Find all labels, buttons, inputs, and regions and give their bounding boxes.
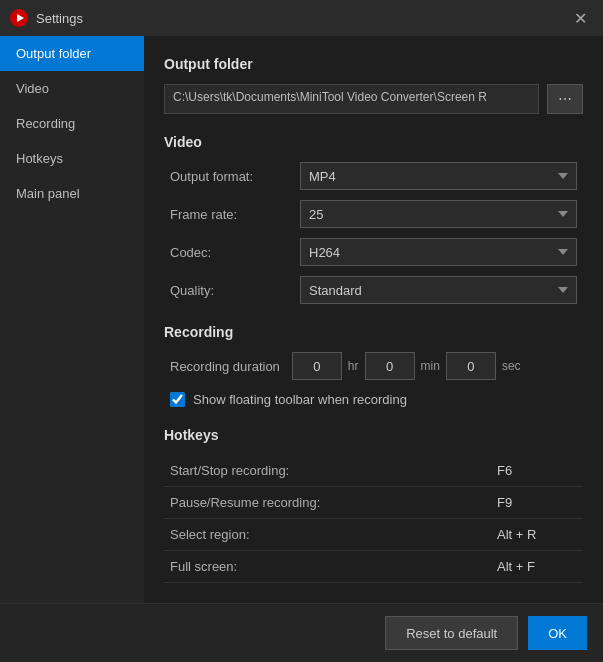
sidebar-item-recording[interactable]: Recording: [0, 106, 144, 141]
video-section: Video Output format: MP4 AVI MKV MOV Fra…: [164, 134, 583, 304]
hotkeys-section: Hotkeys Start/Stop recording: F6 Pause/R…: [164, 427, 583, 583]
hotkey-select-region-label: Select region:: [170, 527, 497, 542]
output-format-select[interactable]: MP4 AVI MKV MOV: [300, 162, 577, 190]
recording-duration-label: Recording duration: [170, 359, 280, 374]
output-format-row: Output format: MP4 AVI MKV MOV: [164, 162, 583, 190]
ok-button[interactable]: OK: [528, 616, 587, 650]
quality-label: Quality:: [170, 283, 300, 298]
hotkey-start-stop: Start/Stop recording: F6: [164, 455, 583, 487]
recording-section: Recording Recording duration hr min sec …: [164, 324, 583, 407]
sidebar-item-output-folder[interactable]: Output folder: [0, 36, 144, 71]
settings-window: Settings ✕ Output folder Video Recording…: [0, 0, 603, 662]
content-area: Output folder Video Recording Hotkeys Ma…: [0, 36, 603, 603]
sidebar: Output folder Video Recording Hotkeys Ma…: [0, 36, 144, 603]
duration-hr-input[interactable]: [292, 352, 342, 380]
codec-row: Codec: H264 H265 VP9: [164, 238, 583, 266]
main-content: Output folder C:\Users\tk\Documents\Mini…: [144, 36, 603, 603]
quality-select[interactable]: Low Standard High: [300, 276, 577, 304]
duration-min-input[interactable]: [365, 352, 415, 380]
codec-label: Codec:: [170, 245, 300, 260]
titlebar-title: Settings: [36, 11, 83, 26]
hotkey-pause-resume-label: Pause/Resume recording:: [170, 495, 497, 510]
sec-label: sec: [502, 359, 521, 373]
hotkey-select-region-value: Alt + R: [497, 527, 577, 542]
hotkey-select-region: Select region: Alt + R: [164, 519, 583, 551]
duration-sec-input[interactable]: [446, 352, 496, 380]
browse-button[interactable]: ⋯: [547, 84, 583, 114]
sidebar-item-video[interactable]: Video: [0, 71, 144, 106]
hotkey-start-stop-label: Start/Stop recording:: [170, 463, 497, 478]
hotkey-full-screen-label: Full screen:: [170, 559, 497, 574]
reset-button[interactable]: Reset to default: [385, 616, 518, 650]
hotkey-full-screen: Full screen: Alt + F: [164, 551, 583, 583]
show-toolbar-checkbox[interactable]: [170, 392, 185, 407]
folder-row: C:\Users\tk\Documents\MiniTool Video Con…: [164, 84, 583, 114]
frame-rate-label: Frame rate:: [170, 207, 300, 222]
output-format-label: Output format:: [170, 169, 300, 184]
close-button[interactable]: ✕: [568, 7, 593, 30]
recording-title: Recording: [164, 324, 583, 340]
codec-select[interactable]: H264 H265 VP9: [300, 238, 577, 266]
show-toolbar-label[interactable]: Show floating toolbar when recording: [193, 392, 407, 407]
output-folder-section: Output folder C:\Users\tk\Documents\Mini…: [164, 56, 583, 114]
hr-label: hr: [348, 359, 359, 373]
app-icon: [10, 9, 28, 27]
quality-row: Quality: Low Standard High: [164, 276, 583, 304]
toolbar-checkbox-row: Show floating toolbar when recording: [164, 392, 583, 407]
video-title: Video: [164, 134, 583, 150]
sidebar-item-main-panel[interactable]: Main panel: [0, 176, 144, 211]
sidebar-item-hotkeys[interactable]: Hotkeys: [0, 141, 144, 176]
hotkey-pause-resume: Pause/Resume recording: F9: [164, 487, 583, 519]
hotkey-full-screen-value: Alt + F: [497, 559, 577, 574]
min-label: min: [421, 359, 440, 373]
folder-path: C:\Users\tk\Documents\MiniTool Video Con…: [164, 84, 539, 114]
footer: Reset to default OK: [0, 603, 603, 662]
frame-rate-row: Frame rate: 24 25 30 60: [164, 200, 583, 228]
hotkey-pause-resume-value: F9: [497, 495, 577, 510]
hotkeys-title: Hotkeys: [164, 427, 583, 443]
titlebar-left: Settings: [10, 9, 83, 27]
titlebar: Settings ✕: [0, 0, 603, 36]
frame-rate-select[interactable]: 24 25 30 60: [300, 200, 577, 228]
hotkey-start-stop-value: F6: [497, 463, 577, 478]
output-folder-title: Output folder: [164, 56, 583, 72]
recording-duration-row: Recording duration hr min sec: [164, 352, 583, 380]
